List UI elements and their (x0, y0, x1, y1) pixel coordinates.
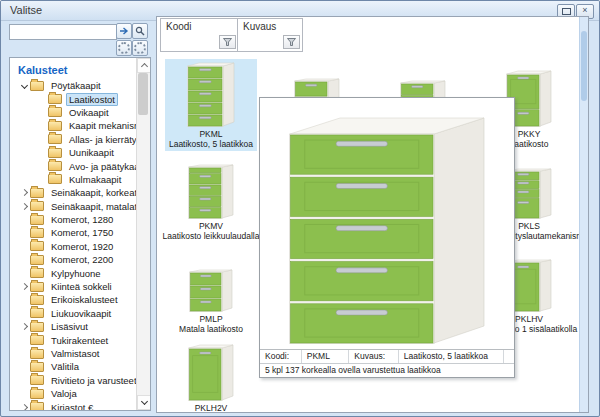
tree-item-label: Komerot, 1920 (48, 240, 116, 253)
list-scrollbar[interactable] (579, 17, 588, 412)
go-button[interactable] (116, 23, 132, 39)
scroll-up-button[interactable] (137, 58, 151, 73)
tree-item[interactable]: Seinäkaapit, korkeat (10, 186, 137, 199)
tree-item[interactable]: Kulmakaapit (10, 173, 137, 186)
restore-icon (562, 8, 571, 15)
tree-item-label: Ovikaapit (66, 106, 112, 119)
filter-button-koodi[interactable] (219, 35, 236, 49)
preview-info-table: Koodi: PKML Kuvaus: Laatikosto, 5 laatik… (260, 349, 514, 377)
folder-icon (30, 282, 44, 292)
folder-icon (30, 255, 44, 265)
column-label: Kuvaus (238, 19, 302, 32)
tree-item[interactable]: Seinäkaapit, matalat (10, 200, 137, 213)
tree-item[interactable]: Avo- ja päätykaapit (10, 159, 137, 172)
folder-icon (30, 188, 44, 198)
tree-item-label: Uunikaapit (66, 146, 117, 159)
grid-item-pkml[interactable]: PKMLLaatikosto, 5 laatikkoa (165, 59, 257, 151)
folder-icon (30, 375, 44, 385)
folder-icon (48, 161, 62, 171)
tree-item-label: Kaapit mekanismilla (66, 119, 137, 132)
gear-icon (134, 42, 146, 54)
cabinet-thumbnail (189, 244, 233, 312)
item-code: PKMV (199, 221, 223, 231)
tree-root-label[interactable]: Kalusteet (10, 62, 137, 79)
tree-item-label: Valmistasot (48, 347, 102, 360)
folder-icon (30, 335, 44, 345)
folder-icon (30, 362, 44, 372)
kuvaus-label: Kuvaus: (349, 350, 398, 363)
tree-item[interactable]: Valoja (10, 387, 137, 400)
chevron-down-icon (140, 398, 147, 405)
folder-icon (30, 268, 44, 278)
item-code: PKLHV (515, 314, 543, 324)
tree-item[interactable]: Ovikaapit (10, 106, 137, 119)
chevron-up-icon (140, 63, 147, 70)
item-code: PKKY (518, 129, 541, 139)
tree-item-label: Kulmakaapit (66, 173, 124, 186)
tree-item-label: Kiinteä sokkeli (48, 280, 115, 293)
close-icon: × (582, 5, 587, 15)
tree-item-label: Kylpyhuone (48, 267, 104, 280)
grid-item-pklh2v[interactable]: PKLH2VLaatikosto 2 sisälaatikolla (165, 333, 257, 413)
tree-item[interactable]: Kaapit mekanismilla (10, 119, 137, 132)
expander-icon[interactable] (18, 405, 30, 410)
tree-item[interactable]: Komerot, 1920 (10, 240, 137, 253)
item-caption: Laatikosto (510, 139, 549, 149)
tree-item[interactable]: Komerot, 1750 (10, 226, 137, 239)
expander-icon[interactable] (18, 284, 30, 289)
tree-item-label: Allas- ja kierrätyskaapit (66, 133, 137, 146)
tree-item[interactable]: Komerot, 1280 (10, 213, 137, 226)
search-button[interactable] (132, 23, 148, 39)
expander-icon[interactable] (18, 83, 30, 88)
scrollbar-thumb[interactable] (581, 31, 587, 101)
tree-item[interactable]: Liukuovikaapit (10, 307, 137, 320)
grid-item-pkmv[interactable]: PKMVLaatikosto leikkuulaudalla (165, 151, 257, 243)
grid-item-pmlp[interactable]: PMLPMatala laatikosto (165, 244, 257, 336)
folder-icon (48, 148, 62, 158)
expander-icon[interactable] (18, 190, 30, 195)
folder-icon (48, 107, 62, 117)
scrollbar-thumb[interactable] (138, 73, 148, 115)
tree-item[interactable]: Laatikostot (10, 92, 137, 105)
tree-item[interactable]: Välitila (10, 360, 137, 373)
tree-item-label: Seinäkaapit, korkeat (48, 186, 137, 199)
folder-icon (30, 349, 44, 359)
preview-description: 5 kpl 137 korkealla ovella varustettua l… (260, 364, 514, 377)
preview-popup: Koodi: PKML Kuvaus: Laatikosto, 5 laatik… (259, 97, 515, 378)
tree-item-label: Komerot, 1750 (48, 226, 116, 239)
tree-item[interactable]: Tukirakenteet (10, 333, 137, 346)
tree-item[interactable]: Kylpyhuone (10, 266, 137, 279)
arrow-right-icon (119, 26, 129, 36)
column-header-kuvaus[interactable]: Kuvaus (237, 18, 303, 52)
tree-item[interactable]: Kirjastot € (10, 400, 137, 410)
tree-item-label: Liukuovikaapit (48, 307, 114, 320)
tree-item[interactable]: Komerot, 2200 (10, 253, 137, 266)
tree-item[interactable]: Lisäsivut (10, 320, 137, 333)
tree-item[interactable]: Rivitieto ja varusteet (10, 374, 137, 387)
dialog-window: Valitse × Kalusteet PöytäkaapitLaatikost… (0, 0, 600, 417)
cabinet-preview-image (289, 116, 485, 348)
tree-item[interactable]: Allas- ja kierrätyskaapit (10, 133, 137, 146)
tree-item[interactable]: Erikoiskalusteet (10, 293, 137, 306)
filter-button-kuvaus[interactable] (283, 35, 300, 49)
tree-item[interactable]: Kiinteä sokkeli (10, 280, 137, 293)
tree-item[interactable]: Uunikaapit (10, 146, 137, 159)
options-button[interactable] (132, 40, 148, 56)
settings-button[interactable] (116, 40, 132, 56)
column-header-koodi[interactable]: Koodi (160, 18, 239, 52)
search-input[interactable] (9, 24, 117, 40)
tree-item-label: Pöytäkaapit (48, 79, 104, 92)
folder-icon (30, 402, 44, 410)
folder-icon (30, 295, 44, 305)
expander-icon[interactable] (18, 324, 30, 329)
expander-icon[interactable] (18, 204, 30, 209)
folder-icon (48, 121, 62, 131)
tree-item[interactable]: Pöytäkaapit (10, 79, 137, 92)
koodi-label: Koodi: (260, 350, 302, 363)
scroll-down-button[interactable] (137, 395, 151, 410)
folder-icon (30, 322, 44, 332)
tree-item[interactable]: Valmistasot (10, 347, 137, 360)
tree-item-label: Välitila (48, 360, 82, 373)
tree-scrollbar[interactable] (136, 58, 150, 410)
funnel-icon (287, 38, 296, 46)
